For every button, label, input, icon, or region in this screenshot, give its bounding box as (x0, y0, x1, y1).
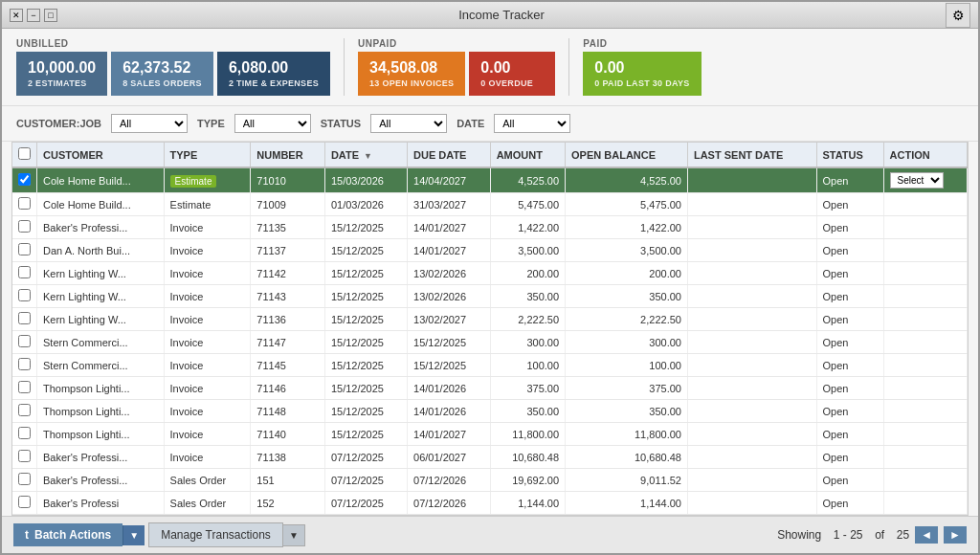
row-type: Invoice (164, 446, 251, 469)
row-type-text: Invoice (170, 222, 204, 233)
sales-orders-card[interactable]: 62,373.52 8 SALES ORDERS (111, 52, 213, 96)
batch-actions-button[interactable]: t Batch Actions (13, 523, 122, 546)
batch-actions-dropdown[interactable]: ▼ (122, 525, 145, 545)
person-icon: t (25, 528, 29, 542)
status-select[interactable]: All (370, 114, 447, 133)
row-checkbox[interactable] (18, 496, 31, 508)
bottom-left: t Batch Actions ▼ Manage Transactions ▼ (13, 522, 305, 547)
row-checkbox[interactable] (18, 427, 31, 439)
row-number: 71146 (251, 377, 325, 400)
bottom-bar: t Batch Actions ▼ Manage Transactions ▼ … (2, 516, 978, 553)
row-checkbox[interactable] (18, 197, 31, 210)
table-row: Thompson Lighti... Invoice 71140 15/12/2… (12, 423, 968, 446)
divider-1 (344, 38, 345, 96)
customer-job-select[interactable]: All (111, 114, 188, 133)
sort-arrow-icon: ▼ (364, 151, 372, 161)
row-due-date: 07/12/2026 (408, 469, 491, 492)
prev-page-button[interactable]: ◄ (915, 526, 938, 544)
manage-transactions-button[interactable]: Manage Transactions (148, 522, 283, 547)
header-amount[interactable]: AMOUNT (490, 143, 565, 167)
status-badge: Open (823, 429, 849, 440)
row-customer: Kern Lighting W... (37, 285, 165, 308)
table-row: Thompson Lighti... Invoice 71146 15/12/2… (12, 377, 968, 400)
status-badge: Open (823, 314, 849, 325)
header-date[interactable]: DATE ▼ (324, 143, 407, 167)
header-action[interactable]: ACTION (883, 143, 967, 167)
table-header-row: CUSTOMER TYPE NUMBER DATE ▼ DUE DATE AMO… (12, 143, 968, 167)
row-customer: Baker's Professi... (37, 469, 165, 492)
row-checkbox[interactable] (18, 358, 31, 370)
row-due-date: 14/04/2027 (408, 167, 491, 193)
header-status[interactable]: STATUS (816, 143, 883, 167)
row-amount: 350.00 (490, 285, 565, 308)
manage-transactions-dropdown[interactable]: ▼ (283, 524, 305, 546)
row-status: Open (816, 167, 883, 193)
row-type: Invoice (164, 377, 251, 400)
row-amount: 300.00 (490, 331, 565, 354)
header-customer[interactable]: CUSTOMER (37, 143, 165, 167)
table-row: Cole Home Build... Estimate 71010 15/03/… (12, 167, 968, 193)
row-last-sent (687, 308, 816, 331)
type-select[interactable]: All (234, 114, 311, 133)
row-checkbox[interactable] (18, 404, 31, 416)
row-last-sent (687, 492, 816, 515)
paid-card[interactable]: 0.00 0 PAID LAST 30 DAYS (583, 52, 701, 96)
row-type-text: Invoice (170, 268, 204, 279)
row-amount: 100.00 (490, 354, 565, 377)
minimize-button[interactable]: − (27, 9, 40, 22)
close-button[interactable]: ✕ (10, 9, 23, 22)
row-customer: Stern Commerci... (37, 354, 165, 377)
row-checkbox[interactable] (18, 450, 31, 462)
row-amount: 1,422.00 (490, 216, 565, 239)
sales-orders-amount: 62,373.52 (122, 59, 202, 77)
row-status: Open (816, 193, 883, 216)
row-amount: 1,144.00 (490, 492, 565, 515)
row-open-balance: 3,500.00 (566, 239, 688, 262)
sales-orders-sub: 8 SALES ORDERS (122, 78, 202, 88)
row-action (883, 216, 967, 239)
row-checkbox[interactable] (18, 173, 31, 186)
row-amount: 4,525.00 (490, 167, 565, 193)
table-row: Stern Commerci... Invoice 71147 15/12/20… (12, 331, 968, 354)
row-checkbox[interactable] (18, 381, 31, 393)
estimates-card[interactable]: 10,000.00 2 ESTIMATES (16, 52, 107, 96)
open-invoices-card[interactable]: 34,508.08 13 OPEN INVOICES (358, 52, 465, 96)
row-date: 15/12/2025 (324, 377, 407, 400)
row-checkbox[interactable] (18, 312, 31, 324)
header-last-sent[interactable]: LAST SENT DATE (687, 143, 816, 167)
row-date: 01/03/2026 (324, 193, 407, 216)
row-checkbox[interactable] (18, 266, 31, 278)
select-all-checkbox[interactable] (18, 147, 31, 160)
row-status: Open (816, 262, 883, 285)
row-open-balance: 1,144.00 (566, 492, 688, 515)
next-page-button[interactable]: ► (944, 526, 967, 544)
date-select[interactable]: All (494, 114, 570, 133)
row-checkbox[interactable] (18, 335, 31, 347)
row-checkbox[interactable] (18, 289, 31, 301)
row-open-balance: 9,011.52 (566, 469, 688, 492)
row-due-date: 15/12/2025 (408, 331, 491, 354)
row-date: 15/12/2025 (324, 400, 407, 423)
action-select[interactable]: Select (890, 172, 944, 189)
header-open-balance[interactable]: OPEN BALANCE (566, 143, 688, 167)
settings-button[interactable]: ⚙ (946, 3, 970, 28)
status-badge: Open (823, 199, 849, 211)
header-due-date[interactable]: DUE DATE (408, 143, 491, 167)
row-open-balance: 350.00 (566, 285, 688, 308)
row-type: Estimate (164, 167, 251, 193)
row-date: 15/12/2025 (324, 423, 407, 446)
header-number[interactable]: NUMBER (251, 143, 325, 167)
time-expenses-card[interactable]: 6,080.00 2 TIME & EXPENSES (217, 52, 330, 96)
header-type[interactable]: TYPE (164, 143, 251, 167)
row-checkbox[interactable] (18, 220, 31, 233)
row-number: 71142 (251, 262, 325, 285)
row-checkbox[interactable] (18, 243, 31, 255)
status-badge: Open (823, 175, 849, 187)
maximize-button[interactable]: □ (44, 9, 57, 22)
row-checkbox[interactable] (18, 473, 31, 485)
overdue-card[interactable]: 0.00 0 OVERDUE (469, 52, 555, 96)
overdue-amount: 0.00 (480, 59, 544, 77)
row-last-sent (687, 216, 816, 239)
row-open-balance: 1,422.00 (566, 216, 688, 239)
row-open-balance: 2,222.50 (566, 308, 688, 331)
